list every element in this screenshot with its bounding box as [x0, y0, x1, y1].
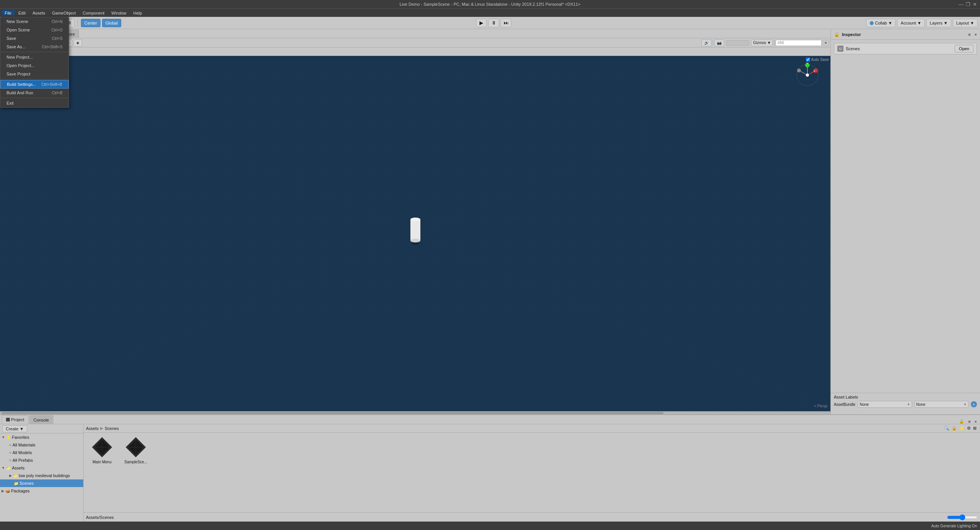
pause-button[interactable]: ⏸ [488, 19, 499, 27]
all-models-item[interactable]: ○ All Models [0, 449, 83, 456]
search-icon[interactable]: ✕ [823, 40, 829, 46]
flare-button[interactable]: ◈ [74, 39, 82, 46]
low-poly-buildings-item[interactable]: ▶ 📁 low poly medieval buildings [0, 472, 83, 479]
menu-edit[interactable]: Edit [15, 10, 29, 16]
separator-2 [0, 79, 69, 79]
menu-component[interactable]: Component [79, 10, 107, 16]
menu-item-build-and-run[interactable]: Build And Run Ctrl+B [0, 89, 69, 97]
favorites-header[interactable]: ▼ ⭐ Favorites [0, 433, 83, 441]
menu-window[interactable]: Window [108, 10, 129, 16]
gizmo-svg: X Y [792, 60, 823, 90]
folder-icon: 📁 [13, 474, 18, 478]
project-sidebar: Create ▼ ▼ ⭐ Favorites ○ All Materials ○… [0, 424, 84, 522]
play-button[interactable]: ▶ [476, 19, 487, 27]
menu-item-new-project[interactable]: New Project... [0, 53, 69, 61]
menu-item-save[interactable]: Save Ctrl+S [0, 34, 69, 43]
audio-button[interactable]: 🔊 [702, 39, 712, 46]
camera-button[interactable]: 📷 [714, 39, 724, 46]
menu-item-save-project[interactable]: Save Project [0, 70, 69, 78]
collab-button[interactable]: ⬤ Collab ▼ [866, 19, 896, 27]
separator-3 [0, 98, 69, 98]
inspector-title: Inspector [842, 32, 861, 37]
project-main-area: Assets ▶ Scenes 🔍 🔒 ⭐ ⚙ ⊞ [84, 424, 980, 522]
menu-assets[interactable]: Assets [30, 10, 48, 16]
panel-close-icon[interactable]: × [973, 419, 978, 424]
cylinder-svg [406, 215, 425, 245]
folder-icon: 📁 [14, 481, 18, 486]
inspector-menu-icon[interactable]: ≡ [968, 32, 970, 37]
step-button[interactable]: ⏭ [501, 19, 511, 27]
scenes-folder-item[interactable]: 📁 Scenes [0, 479, 83, 487]
center-pivot-button[interactable]: Center [81, 19, 100, 27]
inspector-content: U Scenes Open [831, 40, 980, 393]
asset-sample-scene[interactable]: SampleSce... [120, 436, 151, 464]
menu-file[interactable]: File [2, 10, 15, 16]
project-star-icon[interactable]: ⭐ [959, 426, 965, 431]
menu-item-build-settings[interactable]: Build Settings... Ctrl+Shift+B [0, 80, 69, 89]
viewport-scrollbar[interactable] [0, 411, 830, 414]
viewport-scrollbar-thumb[interactable] [2, 412, 664, 414]
asset-bundle-dropdown[interactable]: None ▼ [858, 401, 912, 408]
asset-main-menu[interactable]: Main Menu [87, 436, 117, 464]
circle-icon: ○ [9, 443, 11, 447]
asset-zoom-slider[interactable] [947, 515, 978, 519]
close-button[interactable]: ✕ [973, 2, 977, 7]
menu-item-exit[interactable]: Exit [0, 99, 69, 107]
packages-header[interactable]: ▶ 📦 Packages [0, 487, 83, 495]
menu-item-new-scene[interactable]: New Scene Ctrl+N [0, 17, 69, 26]
vp-sep [713, 40, 713, 46]
title-text: Live Demo - SampleScene - PC, Mac & Linu… [3, 2, 977, 7]
assets-header[interactable]: ▼ 📁 Assets [0, 464, 83, 472]
panel-menu-icon[interactable]: ≡ [967, 419, 972, 424]
create-button[interactable]: Create ▼ [2, 425, 27, 432]
scene-viewport[interactable]: Auto Save [0, 56, 830, 411]
project-toolbar: Create ▼ [0, 424, 83, 433]
add-label-button[interactable]: + [971, 401, 977, 407]
asset-label-dropdown[interactable]: None ▼ [914, 401, 968, 408]
account-button[interactable]: Account ▼ [897, 19, 925, 27]
inspector-panel: 🔒 Inspector ≡ × U Scenes Open Asset Labe… [830, 29, 980, 414]
tab-project[interactable]: ⬛ Project [2, 415, 28, 424]
project-grid-icon[interactable]: ⊞ [973, 426, 977, 431]
menu-item-save-as[interactable]: Save As... Ctrl+Shift+S [0, 43, 69, 51]
panel-lock-icon[interactable]: 🔒 [957, 419, 966, 424]
separator-1 [0, 52, 69, 52]
all-materials-item[interactable]: ○ All Materials [0, 441, 83, 449]
svg-point-10 [410, 217, 420, 221]
layout-button[interactable]: Layout ▼ [953, 19, 978, 27]
menu-help[interactable]: Help [130, 10, 145, 16]
menu-gameobject[interactable]: GameObject [49, 10, 79, 16]
restore-button[interactable]: ❐ [966, 2, 970, 7]
asset-labels-title: Asset Labels [834, 395, 977, 399]
toolbar-sep-1 [77, 19, 78, 27]
svg-point-12 [412, 242, 419, 244]
layers-button[interactable]: Layers ▼ [926, 19, 951, 27]
gizmos-dropdown[interactable]: Gizmos ▼ [751, 39, 773, 46]
open-button[interactable]: Open [955, 45, 973, 53]
asset-labels-row: AssetBundle None ▼ None ▼ + [834, 401, 977, 408]
auto-generate-bar: Auto Generate Lighting On [0, 522, 980, 530]
search-input[interactable]: #All [776, 40, 822, 46]
menu-item-open-scene[interactable]: Open Scene Ctrl+O [0, 26, 69, 34]
project-lock-icon[interactable]: 🔒 [952, 426, 957, 431]
project-settings-icon[interactable]: ⚙ [967, 426, 971, 431]
asset-bundle-label: AssetBundle [834, 402, 855, 407]
main-toolbar: ✋ ✥ ↻ ⤡ ▭ ⊞ Center Global ▶ ⏸ ⏭ ⬤ Collab… [0, 17, 980, 29]
global-local-button[interactable]: Global [102, 19, 121, 27]
inspector-scenes-label: Scenes [846, 46, 860, 51]
favorites-icon: ⭐ [6, 435, 11, 440]
all-prefabs-item[interactable]: ○ All Prefabs [0, 456, 83, 464]
tab-console[interactable]: Console [29, 415, 53, 424]
asset-main-menu-icon [91, 436, 114, 459]
viewport-gizmo: X Y [792, 60, 823, 90]
viewport-toolbar: Shaded ▼ 2D ☀ ✦ ☁ ≈ ◈ 🔊 📷 Gizmos ▼ [0, 38, 830, 48]
minimize-button[interactable]: — [959, 2, 964, 7]
camera-size-input[interactable] [726, 40, 749, 46]
inspector-scenes-section: U Scenes Open [834, 43, 977, 54]
inspector-close-icon[interactable]: × [975, 32, 977, 37]
svg-point-20 [806, 74, 809, 77]
vp-sep2 [774, 40, 774, 46]
project-footer: Assets/Scenes [84, 512, 980, 522]
menu-item-open-project[interactable]: Open Project... [0, 61, 69, 70]
project-search-icon[interactable]: 🔍 [944, 426, 949, 431]
